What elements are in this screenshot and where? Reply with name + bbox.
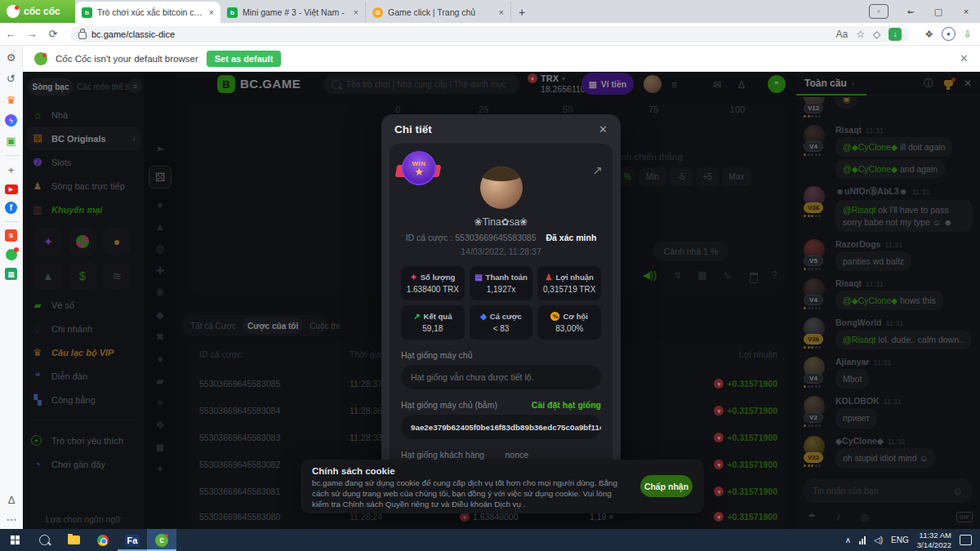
reload-icon[interactable]: ⟳ — [42, 28, 64, 40]
bcgame-site: Sòng bạc Các môn thể thao ≡ ⌂Nhà ⚄BC Ori… — [23, 72, 980, 529]
start-button[interactable] — [0, 529, 29, 551]
tab-title: Trò chơi xúc xắc bitcoin cổ đi — [97, 7, 204, 17]
tab-close-icon[interactable]: × — [209, 7, 214, 17]
forward-icon[interactable]: → — [21, 28, 42, 40]
hashed-seed-label: Hạt giống máy chủ (bằm) — [401, 400, 497, 410]
cookie-notice: Chính sách cookie bc.game đang sử dụng c… — [301, 460, 704, 513]
seed-settings-link[interactable]: Cài đặt hạt giống — [532, 400, 601, 410]
server-seed-label: Hạt giống máy chủ — [401, 350, 601, 360]
bet-stats: ✦Số lượng1.638400 TRX ▤Thanh toán1,1927x… — [401, 266, 601, 340]
share-icon[interactable]: ↗ — [592, 163, 603, 178]
notice-close-icon[interactable]: ✕ — [960, 52, 969, 64]
action-center-icon[interactable] — [960, 535, 972, 545]
nonce-label: nonce — [506, 450, 602, 460]
bet-details-modal: Chi tiết ✕ WIN★ ↗ ❀Tina✿sa❀ ID cá cược :… — [381, 114, 621, 479]
modal-close-icon[interactable]: ✕ — [599, 123, 608, 136]
amount-icon: ✦ — [410, 273, 416, 282]
minimize-button[interactable]: – — [897, 7, 924, 16]
set-default-button[interactable]: Set as default — [207, 51, 282, 67]
notice-text: Cốc Cốc isn't your default browser — [56, 54, 198, 64]
file-explorer-icon[interactable] — [59, 529, 88, 551]
win-badge: WIN★ — [396, 149, 440, 189]
divider — [5, 221, 18, 222]
cookie-accept-button[interactable]: Chấp nhận — [640, 475, 693, 497]
maximize-button[interactable]: ▢ — [924, 7, 952, 17]
language-indicator[interactable]: ENG — [891, 535, 909, 544]
taskbar-clock[interactable]: 11:32 AM3/14/2022 — [917, 531, 951, 550]
browser-tab-3[interactable]: G Game click | Trang chủ × — [366, 2, 511, 23]
tray-expand-icon[interactable]: ∧ — [845, 535, 851, 544]
facebook-icon[interactable]: f — [5, 202, 17, 214]
coccoc-side-toolbar: ⚙ ↺ ♛ ϟ ▣ + ▶ f S ▦ Δ ⋯ — [0, 46, 23, 529]
stat-bet: ◈Cá cược< 83 — [470, 305, 533, 340]
stat-payout: ▤Thanh toán1,1927x — [470, 266, 533, 300]
bet-icon: ◈ — [480, 312, 487, 321]
facebook-app-icon[interactable]: Fa — [118, 529, 147, 551]
payout-icon: ▤ — [474, 273, 482, 282]
modal-body: WIN★ ↗ ❀Tina✿sa❀ ID cá cược : 5530366964… — [390, 144, 612, 471]
extensions-puzzle-icon[interactable]: ❖ — [924, 29, 933, 40]
server-seed-input[interactable]: Hạt giống vẫn chưa được tiết lộ. — [401, 365, 601, 389]
windows-taskbar: Fa c ∧ ◁) ENG 11:32 AM3/14/2022 — [0, 529, 980, 551]
bcgame-favicon: b — [227, 7, 238, 18]
taskbar-search-icon[interactable] — [29, 529, 59, 551]
stat-profit: ♟Lợi nhuận0,315719 TRX — [537, 266, 601, 300]
lock-icon — [78, 32, 87, 39]
url-field[interactable]: bc.game/classic-dice Aa ☆ ◇ ↓ — [70, 26, 910, 42]
history-icon[interactable]: ↺ — [4, 72, 18, 86]
bookmark-star-icon[interactable]: ☆ — [856, 29, 865, 40]
bet-id: ID cá cược : 55303669645583085 — [406, 233, 537, 242]
downloads-tray-icon[interactable]: ⇩ — [964, 29, 972, 40]
crown-icon[interactable]: ♛ — [4, 93, 18, 107]
bet-date: 14/03/2022, 11:28:37 — [401, 247, 601, 256]
gameclick-favicon: G — [372, 7, 383, 18]
player-avatar[interactable] — [480, 167, 523, 209]
screen: cốc cốc b Trò chơi xúc xắc bitcoin cổ đi… — [0, 0, 980, 551]
url-text: bc.game/classic-dice — [91, 29, 175, 39]
browser-tab-1[interactable]: b Trò chơi xúc xắc bitcoin cổ đi × — [75, 2, 220, 23]
settings-gear-icon[interactable]: ⚙ — [4, 51, 18, 64]
bcgame-favicon: b — [82, 7, 92, 18]
tab-close-icon[interactable]: × — [354, 7, 359, 17]
browser-tab-2[interactable]: b Mini game # 3 - Việt Nam - × — [220, 2, 366, 23]
tab-title: Game click | Trang chủ — [388, 7, 494, 17]
new-tab-button[interactable]: + — [511, 2, 532, 23]
tab-close-icon[interactable]: × — [499, 7, 504, 17]
more-icon[interactable]: ⋯ — [0, 513, 23, 527]
qr-scan-icon[interactable]: ⌕ — [869, 4, 889, 19]
gamepad-icon[interactable]: ▣ — [4, 134, 18, 148]
coccoc-logo-icon — [34, 52, 47, 65]
player-username: ❀Tina✿sa❀ — [401, 216, 601, 228]
result-icon: ↗ — [413, 312, 420, 321]
add-icon[interactable]: + — [4, 163, 18, 177]
translate-icon[interactable]: Aa — [835, 29, 848, 40]
sheets-icon[interactable]: ▦ — [5, 268, 17, 280]
percent-icon: % — [550, 312, 559, 321]
stat-amount: ✦Số lượng1.638400 TRX — [401, 266, 465, 300]
coccoc-taskbar-icon[interactable]: c — [147, 529, 176, 551]
cookie-title: Chính sách cookie — [312, 466, 693, 476]
stat-chance: %Cơ hội83,00% — [537, 305, 601, 340]
cookie-body: bc.game đang sử dụng cookie để cung cấp … — [312, 478, 622, 510]
verified-label[interactable]: Đã xác minh — [546, 233, 597, 242]
notification-bell-icon[interactable]: Δ — [0, 493, 23, 507]
messenger-icon[interactable]: ϟ — [5, 114, 17, 127]
shield-icon[interactable]: ◇ — [873, 29, 880, 40]
network-icon[interactable] — [859, 536, 866, 544]
coccoc-brand[interactable]: cốc cốc — [0, 0, 75, 23]
browser-addressbar: ← → ⟳ bc.game/classic-dice Aa ☆ ◇ ↓ ❖ ● … — [0, 23, 980, 46]
back-icon[interactable]: ← — [0, 28, 21, 40]
chrome-icon[interactable] — [88, 529, 118, 551]
browser-tabstrip: cốc cốc b Trò chơi xúc xắc bitcoin cổ đi… — [0, 0, 980, 23]
shopee-icon[interactable]: S — [5, 229, 17, 242]
close-button[interactable]: × — [952, 7, 980, 16]
volume-icon[interactable]: ◁) — [874, 535, 883, 544]
download-badge-icon[interactable]: ↓ — [889, 28, 902, 41]
browser-profile-icon[interactable]: ● — [942, 27, 956, 41]
tab-title: Mini game # 3 - Việt Nam - — [243, 7, 349, 17]
stat-result: ↗Kết quả59,18 — [401, 305, 465, 340]
coccoc-logo-icon — [7, 5, 20, 18]
hashed-seed-input[interactable]: 9ae2e379b62405f0be16f83db89b36edc75c0a9b… — [401, 415, 601, 439]
promo-dot-icon[interactable] — [6, 249, 17, 260]
youtube-icon[interactable]: ▶ — [5, 184, 18, 194]
